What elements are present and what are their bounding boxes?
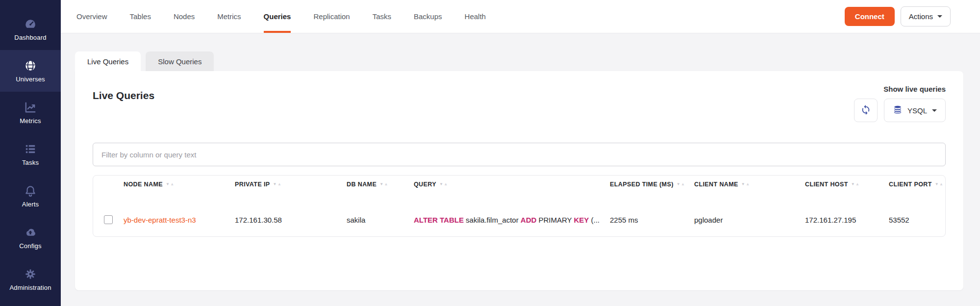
database-icon bbox=[893, 105, 903, 116]
sort-icon: ▼▲ bbox=[439, 182, 448, 186]
connect-button[interactable]: Connect bbox=[845, 7, 895, 26]
sidebar-item-metrics[interactable]: Metrics bbox=[0, 92, 61, 133]
tab-live-queries[interactable]: Live Queries bbox=[75, 51, 141, 71]
sidebar-item-label: Administration bbox=[9, 284, 51, 291]
column-header-client-name[interactable]: CLIENT NAME ▼▲ bbox=[694, 181, 805, 188]
main-column: Overview Tables Nodes Metrics Queries Re… bbox=[61, 0, 980, 306]
query-filter-input[interactable] bbox=[93, 143, 946, 166]
bell-icon bbox=[24, 184, 37, 197]
live-query-controls: Show live queries bbox=[854, 85, 946, 122]
column-header-db-name[interactable]: DB NAME ▼▲ bbox=[347, 181, 414, 188]
private-ip-cell: 172.161.30.58 bbox=[235, 216, 347, 224]
gear-icon bbox=[24, 268, 37, 280]
control-row: YSQL bbox=[854, 99, 946, 122]
sidebar-item-universes[interactable]: Universes bbox=[0, 50, 61, 92]
show-live-queries-label: Show live queries bbox=[883, 85, 946, 93]
sort-icon: ▼▲ bbox=[741, 182, 750, 186]
sidebar-item-label: Dashboard bbox=[14, 34, 46, 41]
elapsed-time-cell: 2255 ms bbox=[610, 216, 694, 224]
row-checkbox-cell bbox=[93, 215, 124, 224]
client-name-cell: pgloader bbox=[694, 216, 805, 224]
cloud-upload-icon bbox=[24, 226, 37, 239]
sort-icon: ▼▲ bbox=[379, 182, 388, 186]
tab-slow-queries[interactable]: Slow Queries bbox=[146, 51, 214, 71]
column-header-node-name[interactable]: NODE NAME ▼▲ bbox=[124, 181, 235, 188]
nav-tab-overview[interactable]: Overview bbox=[76, 0, 107, 33]
refresh-icon bbox=[860, 104, 871, 117]
sidebar-item-label: Universes bbox=[16, 76, 45, 83]
table-row: yb-dev-epratt-test3-n3 172.161.30.58 sak… bbox=[93, 203, 945, 236]
sidebar-item-label: Tasks bbox=[22, 159, 39, 166]
sort-icon: ▼▲ bbox=[273, 182, 282, 186]
chevron-down-icon bbox=[937, 15, 942, 18]
nav-tab-health[interactable]: Health bbox=[465, 0, 486, 33]
nav-tab-metrics[interactable]: Metrics bbox=[217, 0, 241, 33]
sidebar-item-label: Configs bbox=[19, 242, 41, 250]
db-name-cell: sakila bbox=[347, 216, 414, 224]
sidebar: Dashboard Universes Metrics bbox=[0, 0, 61, 306]
dashboard-gauge-icon bbox=[24, 18, 37, 30]
chevron-down-icon bbox=[932, 109, 937, 112]
app-root: Dashboard Universes Metrics bbox=[0, 0, 980, 306]
nav-tab-backups[interactable]: Backups bbox=[414, 0, 442, 33]
api-selector-dropdown[interactable]: YSQL bbox=[884, 99, 946, 122]
nav-tab-replication[interactable]: Replication bbox=[313, 0, 350, 33]
universe-topbar: Overview Tables Nodes Metrics Queries Re… bbox=[61, 0, 980, 33]
query-text-cell: ALTER TABLE sakila.film_actor ADD PRIMAR… bbox=[414, 216, 610, 224]
sort-icon: ▼▲ bbox=[935, 182, 944, 186]
live-queries-panel: Live Queries Show live queries bbox=[75, 71, 963, 290]
live-queries-table: NODE NAME ▼▲ PRIVATE IP ▼▲ DB NAME ▼▲ bbox=[93, 175, 946, 237]
column-header-client-host[interactable]: CLIENT HOST ▼▲ bbox=[805, 181, 889, 188]
column-header-elapsed-time[interactable]: ELAPSED TIME (MS) ▼▲ bbox=[610, 181, 694, 188]
sidebar-item-dashboard[interactable]: Dashboard bbox=[0, 8, 61, 50]
node-name-link[interactable]: yb-dev-epratt-test3-n3 bbox=[124, 216, 235, 224]
globe-icon bbox=[24, 59, 37, 72]
sort-icon: ▼▲ bbox=[851, 182, 860, 186]
sidebar-item-configs[interactable]: Configs bbox=[0, 217, 61, 258]
nav-tab-nodes[interactable]: Nodes bbox=[174, 0, 195, 33]
nav-tab-queries[interactable]: Queries bbox=[264, 0, 291, 33]
page-title: Live Queries bbox=[93, 90, 154, 102]
sidebar-item-administration[interactable]: Administration bbox=[0, 258, 61, 300]
sort-icon: ▼▲ bbox=[677, 182, 685, 186]
nav-tab-tasks[interactable]: Tasks bbox=[373, 0, 391, 33]
actions-dropdown-label: Actions bbox=[909, 12, 933, 21]
line-chart-icon bbox=[24, 101, 37, 114]
sidebar-item-label: Metrics bbox=[20, 117, 41, 125]
nav-tab-tables[interactable]: Tables bbox=[130, 0, 151, 33]
actions-dropdown-button[interactable]: Actions bbox=[901, 6, 951, 26]
panel-header: Live Queries Show live queries bbox=[93, 85, 946, 122]
column-header-private-ip[interactable]: PRIVATE IP ▼▲ bbox=[235, 181, 347, 188]
table-header-row: NODE NAME ▼▲ PRIVATE IP ▼▲ DB NAME ▼▲ bbox=[93, 176, 945, 203]
list-icon bbox=[24, 143, 37, 155]
client-host-cell: 172.161.27.195 bbox=[805, 216, 889, 224]
refresh-button[interactable] bbox=[854, 99, 878, 122]
sidebar-item-tasks[interactable]: Tasks bbox=[0, 133, 61, 175]
column-header-client-port[interactable]: CLIENT PORT ▼▲ bbox=[889, 181, 945, 188]
row-checkbox[interactable] bbox=[104, 215, 113, 224]
queries-content: Live Queries Slow Queries Live Queries S… bbox=[61, 33, 980, 306]
sort-icon: ▼▲ bbox=[166, 182, 175, 186]
sidebar-item-alerts[interactable]: Alerts bbox=[0, 175, 61, 217]
sidebar-item-label: Alerts bbox=[22, 201, 39, 208]
api-selector-value: YSQL bbox=[907, 106, 927, 115]
universe-nav-tabs: Overview Tables Nodes Metrics Queries Re… bbox=[76, 0, 508, 33]
client-port-cell: 53552 bbox=[889, 216, 945, 224]
column-header-query[interactable]: QUERY ▼▲ bbox=[414, 181, 610, 188]
queries-tab-bar: Live Queries Slow Queries bbox=[75, 51, 963, 71]
